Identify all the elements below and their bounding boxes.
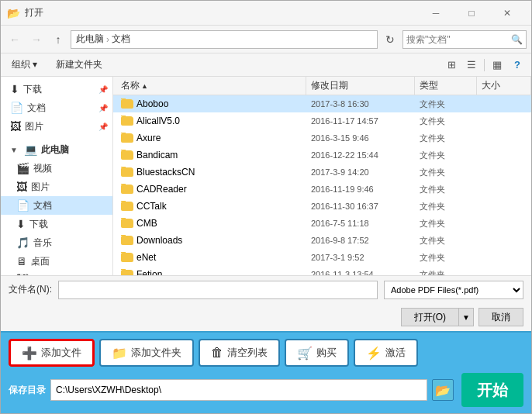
sidebar-item-label: 下载 (29, 218, 48, 231)
folder-icon (121, 150, 133, 160)
sidebar-item-docs[interactable]: 📄 文档 📌 (1, 98, 112, 117)
save-dir-input[interactable] (50, 379, 427, 401)
file-type-cell: 文件夹 (415, 235, 477, 247)
table-row[interactable]: CADReader 2016-11-19 9:46 文件夹 (113, 181, 531, 198)
sidebar-item-music[interactable]: 🎵 音乐 (1, 233, 112, 252)
breadcrumb-pc: 此电脑 (76, 33, 104, 46)
table-row[interactable]: eNet 2017-3-1 9:52 文件夹 (113, 249, 531, 266)
separator (484, 59, 485, 71)
clear-list-label: 清空列表 (227, 346, 268, 360)
file-list-body: Aboboo 2017-3-8 16:30 文件夹 AlicallV5.0 20… (113, 95, 531, 275)
file-date-cell: 2017-3-9 14:20 (306, 167, 415, 177)
file-type-cell: 文件夹 (415, 98, 477, 110)
file-name-cell: Fetion (116, 269, 306, 275)
table-row[interactable]: Axure 2016-3-15 9:46 文件夹 (113, 129, 531, 147)
sort-icon: ▲ (141, 82, 148, 90)
folder-icon (121, 202, 133, 211)
col-header-type[interactable]: 类型 (415, 77, 477, 95)
close-button[interactable]: ✕ (489, 1, 525, 26)
add-file-button[interactable]: ➕ 添加文件 (9, 339, 95, 367)
pin-icon: 📌 (98, 85, 108, 94)
view-large-icon[interactable]: ⊞ (442, 56, 461, 74)
activate-button[interactable]: ⚡ 激活 (354, 339, 418, 367)
sidebar-item-pics[interactable]: 🖼 图片 📌 (1, 117, 112, 136)
sidebar-item-desktop[interactable]: 🖥 桌面 (1, 252, 112, 271)
clear-list-button[interactable]: 🗑 清空列表 (199, 339, 280, 367)
file-name-cell: Downloads (116, 235, 306, 246)
file-name-cell: CMB (116, 218, 306, 229)
breadcrumb[interactable]: 此电脑 › 文档 (71, 30, 378, 49)
col-header-size[interactable]: 大小 (477, 77, 531, 95)
table-row[interactable]: Aboboo 2017-3-8 16:30 文件夹 (113, 95, 531, 112)
toolbar: 组织 ▾ 新建文件夹 ⊞ ☰ ▦ ? (1, 53, 531, 77)
file-date-cell: 2017-3-1 9:52 (306, 253, 415, 262)
video-icon: 🎬 (16, 162, 29, 174)
refresh-button[interactable]: ↻ (381, 30, 399, 49)
save-dir-label: 保存目录 (9, 384, 46, 397)
table-row[interactable]: Fetion 2016-11-3 13:54 文件夹 (113, 266, 531, 275)
cancel-button[interactable]: 取消 (478, 308, 523, 326)
docs2-icon: 📄 (16, 199, 29, 212)
pc-icon: 💻 (24, 143, 37, 156)
open-button[interactable]: 打开(O) (401, 308, 458, 326)
window-icon: 📂 (7, 7, 20, 19)
table-row[interactable]: CMB 2016-7-5 11:18 文件夹 (113, 215, 531, 232)
add-folder-label: 添加文件夹 (131, 346, 181, 360)
col-header-name[interactable]: 名称 ▲ (116, 77, 306, 95)
add-file-label: 添加文件 (41, 346, 81, 360)
view-details-icon[interactable]: ▦ (488, 56, 506, 74)
up-button[interactable]: ↑ (49, 30, 67, 49)
sidebar-item-download[interactable]: ⬇ 下载 📌 (1, 80, 112, 98)
sidebar-item-dl2[interactable]: ⬇ 下载 (1, 215, 112, 233)
file-name-cell: Bandicam (116, 150, 306, 160)
search-icon: 🔍 (511, 34, 523, 45)
file-name-cell: CCTalk (116, 201, 306, 212)
save-dir-bar: 保存目录 📂 开始 (1, 373, 531, 413)
sidebar-item-thispc[interactable]: ▼ 💻 此电脑 (1, 140, 112, 159)
sidebar-item-label: 此电脑 (41, 143, 69, 157)
table-row[interactable]: Downloads 2016-9-8 17:52 文件夹 (113, 232, 531, 249)
view-list-icon[interactable]: ☰ (462, 56, 481, 74)
open-dropdown-button[interactable]: ▼ (458, 308, 474, 326)
table-row[interactable]: CCTalk 2016-11-30 16:37 文件夹 (113, 198, 531, 215)
back-button[interactable]: ← (5, 30, 24, 49)
pin-icon2: 📌 (98, 104, 108, 112)
browse-folder-button[interactable]: 📂 (432, 379, 454, 401)
table-row[interactable]: AlicallV5.0 2016-11-17 14:57 文件夹 (113, 112, 531, 129)
file-type-cell: 文件夹 (415, 218, 477, 229)
add-folder-button[interactable]: 📁 添加文件夹 (99, 339, 194, 367)
add-file-icon: ➕ (22, 346, 37, 361)
folder-icon (121, 219, 133, 228)
sidebar-item-label: 图片 (31, 181, 50, 194)
sidebar-item-pics2[interactable]: 🖼 图片 (1, 178, 112, 196)
sidebar-item-label: 下载 (23, 83, 42, 96)
start-button[interactable]: 开始 (461, 373, 523, 407)
maximize-button[interactable]: □ (454, 1, 489, 26)
filename-bar: 文件名(N): Adobe PDF Files(*.pdf) (1, 275, 531, 303)
search-input[interactable] (406, 34, 511, 45)
activate-icon: ⚡ (366, 346, 382, 361)
file-type-cell: 文件夹 (415, 167, 477, 178)
table-row[interactable]: BluestacksCN 2017-3-9 14:20 文件夹 (113, 164, 531, 181)
sidebar: ⬇ 下载 📌 📄 文档 📌 🖼 图片 📌 ▼ 💻 此电脑 🎬 (1, 77, 113, 275)
buy-button[interactable]: 🛒 购买 (285, 339, 349, 367)
sidebar-item-docs2[interactable]: 📄 文档 (1, 196, 112, 215)
breadcrumb-docs: 文档 (112, 33, 130, 46)
file-name-cell: CADReader (116, 184, 306, 195)
organize-button[interactable]: 组织 ▾ (5, 56, 43, 74)
help-icon[interactable]: ? (508, 56, 527, 74)
col-header-date[interactable]: 修改日期 (306, 77, 415, 95)
minimize-button[interactable]: ─ (418, 1, 454, 26)
file-date-cell: 2016-9-8 17:52 (306, 236, 415, 245)
file-name-cell: BluestacksCN (116, 167, 306, 178)
folder-icon (121, 99, 133, 109)
filetype-select[interactable]: Adobe PDF Files(*.pdf) (384, 281, 523, 299)
file-type-cell: 文件夹 (415, 252, 477, 264)
file-date-cell: 2016-3-15 9:46 (306, 133, 415, 143)
download-icon: ⬇ (10, 83, 19, 95)
new-folder-button[interactable]: 新建文件夹 (50, 56, 109, 74)
forward-button[interactable]: → (27, 30, 46, 49)
filename-input[interactable] (58, 281, 378, 299)
sidebar-item-video[interactable]: 🎬 视频 (1, 159, 112, 178)
table-row[interactable]: Bandicam 2016-12-22 15:44 文件夹 (113, 147, 531, 164)
